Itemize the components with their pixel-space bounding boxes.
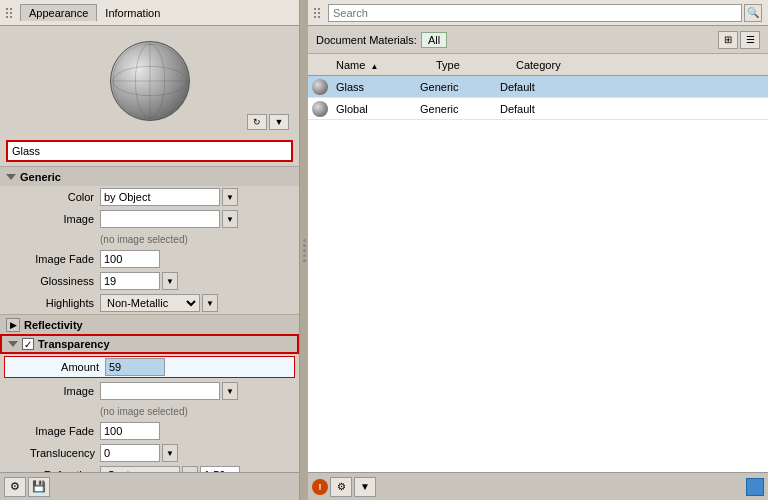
- preview-area: ↻ ▼: [0, 26, 299, 136]
- material-preview-sphere: [110, 41, 190, 121]
- glass-category-cell: Default: [496, 81, 764, 93]
- color-input[interactable]: [100, 188, 220, 206]
- global-type-cell: Generic: [416, 103, 496, 115]
- glossiness-label: Glossiness: [30, 275, 100, 287]
- image-fade-label: Image Fade: [30, 253, 100, 265]
- glossiness-dropdown-arrow[interactable]: ▼: [162, 272, 178, 290]
- amount-value: [105, 358, 278, 376]
- highlights-value: Non-Metallic Metallic ▼: [100, 294, 283, 312]
- name-col-header[interactable]: Name ▲: [332, 59, 432, 71]
- panel-header: Appearance Information: [0, 0, 299, 26]
- material-name-input[interactable]: [6, 140, 293, 162]
- highlights-dropdown-arrow[interactable]: ▼: [202, 294, 218, 312]
- image-input[interactable]: [100, 210, 220, 228]
- preview-dropdown-btn[interactable]: ▼: [269, 114, 289, 130]
- search-bar: 🔍: [308, 0, 768, 26]
- add-material-btn[interactable]: ⚙: [4, 477, 26, 497]
- translucency-label: Translucency: [30, 447, 100, 459]
- right-drag-handle: [314, 8, 324, 18]
- image-label: Image: [30, 213, 100, 225]
- highlights-row: Highlights Non-Metallic Metallic ▼: [0, 292, 299, 314]
- highlights-select[interactable]: Non-Metallic Metallic: [100, 294, 200, 312]
- table-row[interactable]: Global Generic Default: [308, 98, 768, 120]
- preview-rotate-btn[interactable]: ↻: [247, 114, 267, 130]
- glossiness-input[interactable]: [100, 272, 160, 290]
- section-generic[interactable]: Generic: [0, 166, 299, 186]
- right-panel: 🔍 Document Materials: All ⊞ ☰ Name ▲ Typ…: [308, 0, 768, 500]
- trans-image-fade-row: Image Fade: [0, 420, 299, 442]
- global-category-cell: Default: [496, 103, 764, 115]
- save-material-btn[interactable]: 💾: [28, 477, 50, 497]
- translucency-row: Translucency ▼: [0, 442, 299, 464]
- trans-image-row: Image ▼: [0, 380, 299, 402]
- amount-label: Amount: [35, 361, 105, 373]
- doc-materials-label: Document Materials:: [316, 34, 417, 46]
- translucency-input[interactable]: [100, 444, 160, 462]
- trans-image-value: ▼: [100, 382, 283, 400]
- type-col-header[interactable]: Type: [432, 59, 512, 71]
- reflectivity-expand-icon[interactable]: ▶: [6, 318, 20, 332]
- no-image-text: (no image selected): [0, 230, 299, 248]
- image-fade-value: [100, 250, 283, 268]
- color-dropdown-arrow[interactable]: ▼: [222, 188, 238, 206]
- amount-row: Amount: [4, 356, 295, 378]
- panel-divider[interactable]: [300, 0, 308, 500]
- save-icon: 💾: [32, 480, 46, 493]
- color-row: Color ▼: [0, 186, 299, 208]
- search-icon[interactable]: 🔍: [744, 4, 762, 22]
- browser-save-btn[interactable]: ▼: [354, 477, 376, 497]
- browser-toolbar-right: [746, 478, 764, 496]
- materials-table: Name ▲ Type Category Glass Generic Defau…: [308, 54, 768, 472]
- tab-appearance[interactable]: Appearance: [20, 4, 97, 21]
- image-fade-row: Image Fade: [0, 248, 299, 270]
- browser-add-btn[interactable]: ⚙: [330, 477, 352, 497]
- toolbar-buttons-left: ⚙ 💾: [4, 477, 50, 497]
- section-transparency[interactable]: ✓ Transparency: [0, 334, 299, 354]
- warning-icon[interactable]: !: [312, 479, 328, 495]
- section-reflectivity[interactable]: ▶ Reflectivity: [0, 314, 299, 334]
- view-controls: ⊞ ☰: [718, 31, 760, 49]
- color-value: ▼: [100, 188, 283, 206]
- trans-image-fade-value: [100, 422, 283, 440]
- translucency-value: ▼: [100, 444, 283, 462]
- image-row: Image ▼: [0, 208, 299, 230]
- browser-blue-btn[interactable]: [746, 478, 764, 496]
- doc-materials-all-btn[interactable]: All: [421, 32, 447, 48]
- name-header-label: Name: [336, 59, 365, 71]
- glossiness-value: ▼: [100, 272, 283, 290]
- table-header: Name ▲ Type Category: [308, 54, 768, 76]
- grid-view-btn[interactable]: ⊞: [718, 31, 738, 49]
- color-label: Color: [30, 191, 100, 203]
- image-value: ▼: [100, 210, 283, 228]
- divider-dots: [303, 239, 306, 262]
- global-material-icon: [312, 101, 328, 117]
- trans-image-label: Image: [30, 385, 100, 397]
- add-icon: ⚙: [10, 480, 20, 493]
- trans-image-fade-input[interactable]: [100, 422, 160, 440]
- table-row[interactable]: Glass Generic Default: [308, 76, 768, 98]
- drag-handle: [6, 8, 16, 18]
- image-fade-input[interactable]: [100, 250, 160, 268]
- sort-arrow: ▲: [370, 62, 378, 71]
- trans-image-dropdown[interactable]: ▼: [222, 382, 238, 400]
- glass-material-icon: [312, 79, 328, 95]
- generic-triangle: [6, 174, 16, 180]
- tab-information[interactable]: Information: [97, 5, 168, 21]
- list-view-btn[interactable]: ☰: [740, 31, 760, 49]
- transparency-checkbox[interactable]: ✓: [22, 338, 34, 350]
- image-dropdown-arrow[interactable]: ▼: [222, 210, 238, 228]
- browser-bottom-toolbar: ! ⚙ ▼: [308, 472, 768, 500]
- sphere-lines-svg: [111, 42, 189, 120]
- left-panel: Appearance Information ↻ ▼ Generic: [0, 0, 300, 500]
- refraction-row: Refraction Custom Glass Water ▼: [0, 464, 299, 472]
- preview-controls: ↻ ▼: [247, 114, 289, 130]
- amount-input[interactable]: [105, 358, 165, 376]
- trans-image-fade-label: Image Fade: [30, 425, 100, 437]
- translucency-dropdown[interactable]: ▼: [162, 444, 178, 462]
- transparency-label: Transparency: [38, 338, 110, 350]
- global-name-cell: Global: [332, 103, 416, 115]
- reflectivity-label: Reflectivity: [24, 319, 83, 331]
- trans-image-input[interactable]: [100, 382, 220, 400]
- category-col-header[interactable]: Category: [512, 59, 764, 71]
- search-input[interactable]: [328, 4, 742, 22]
